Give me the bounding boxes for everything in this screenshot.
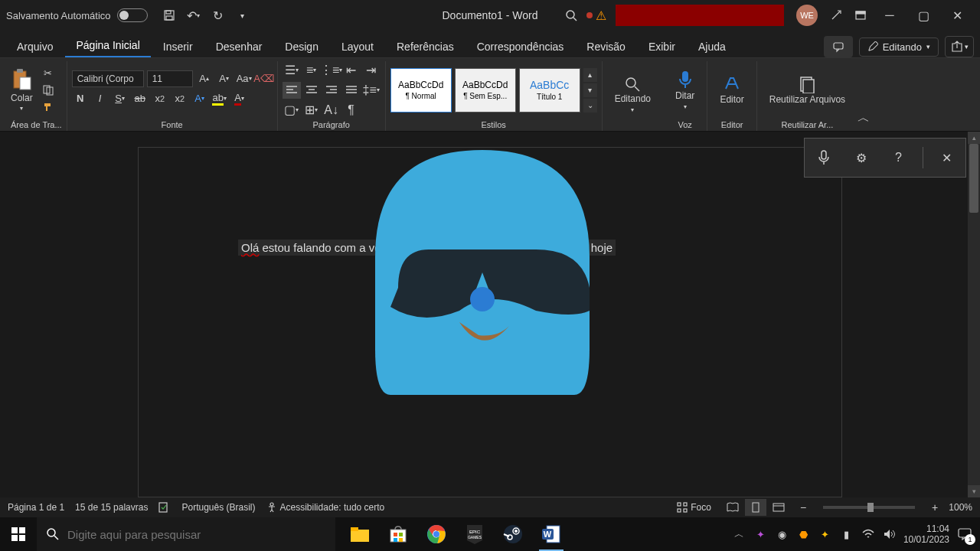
font-size-select[interactable] [147, 70, 193, 87]
scroll-up-icon[interactable]: ▴ [968, 132, 980, 144]
tab-arquivo[interactable]: Arquivo [6, 36, 64, 57]
maximize-button[interactable]: ▢ [906, 0, 940, 31]
decrease-indent-icon[interactable]: ⇤ [342, 62, 361, 79]
page-count[interactable]: Página 1 de 1 [8, 502, 64, 513]
tab-revisao[interactable]: Revisão [576, 36, 636, 57]
zoom-out-button[interactable]: − [800, 501, 806, 514]
text-effects-icon[interactable]: A▾ [191, 90, 208, 107]
zoom-level[interactable]: 100% [949, 502, 972, 513]
increase-font-icon[interactable]: A▴ [196, 70, 213, 87]
strikethrough-button[interactable]: ab [132, 90, 149, 107]
tray-battery-icon[interactable]: ▮ [839, 527, 854, 542]
clear-formatting-icon[interactable]: A⌫ [256, 70, 273, 87]
close-button[interactable]: ✕ [940, 0, 974, 31]
tray-app3-icon[interactable]: ✦ [818, 527, 833, 542]
taskbar-word[interactable]: W [533, 517, 570, 551]
collapse-ribbon-icon[interactable]: ︿ [858, 110, 876, 131]
tab-desenhar[interactable]: Desenhar [205, 36, 273, 57]
scroll-down-icon[interactable]: ▾ [968, 485, 980, 497]
highlight-color-icon[interactable]: ab▾ [211, 90, 228, 107]
subscript-button[interactable]: x2 [152, 90, 168, 107]
dictate-close-button[interactable]: ✕ [933, 144, 961, 171]
style-normal[interactable]: AaBbCcDd ¶ Normal [390, 68, 452, 112]
user-avatar[interactable]: WE [796, 5, 818, 26]
bullets-icon[interactable]: ☰▾ [283, 62, 301, 79]
shading-icon[interactable]: ▢▾ [283, 102, 301, 119]
taskbar-explorer[interactable] [341, 517, 378, 551]
zoom-slider[interactable] [823, 506, 915, 509]
tray-steam-icon[interactable]: ◉ [775, 527, 790, 542]
share-button[interactable]: ▾ [945, 36, 974, 57]
justify-icon[interactable] [342, 82, 361, 99]
minimize-button[interactable]: ─ [873, 0, 906, 31]
qat-customize-icon[interactable]: ▾ [234, 6, 252, 24]
scrollbar-thumb[interactable] [969, 144, 978, 213]
vertical-scrollbar[interactable]: ▴ ▾ [968, 132, 980, 497]
underline-button[interactable]: S▾ [112, 90, 129, 107]
account-warning-bar[interactable] [616, 5, 784, 26]
zoom-in-button[interactable]: + [932, 501, 938, 514]
numbering-icon[interactable]: ≡▾ [302, 62, 321, 79]
style-no-spacing[interactable]: AaBbCcDd ¶ Sem Esp... [455, 68, 516, 112]
taskbar-search-input[interactable] [67, 528, 326, 541]
accessibility-status[interactable]: Acessibilidade: tudo certo [266, 502, 385, 513]
comments-button[interactable] [824, 36, 853, 57]
warning-icon[interactable]: ⚠ [596, 8, 606, 23]
undo-icon[interactable]: ↶▾ [185, 6, 203, 24]
tab-pagina-inicial[interactable]: Página Inicial [65, 34, 150, 57]
tab-inserir[interactable]: Inserir [152, 36, 204, 57]
redo-icon[interactable]: ↻ [209, 6, 227, 24]
tab-exibir[interactable]: Exibir [638, 36, 686, 57]
notification-center-button[interactable]: 1 [956, 525, 974, 543]
copy-icon[interactable] [41, 83, 56, 98]
align-left-icon[interactable] [283, 82, 301, 99]
tab-ajuda[interactable]: Ajuda [688, 36, 737, 57]
tray-volume-icon[interactable] [882, 527, 897, 542]
document-page[interactable]: Olá estou falando com a vo hoje [138, 147, 842, 497]
taskbar-search[interactable] [37, 517, 335, 551]
tab-layout[interactable]: Layout [331, 36, 384, 57]
increase-indent-icon[interactable]: ⇥ [362, 62, 381, 79]
align-right-icon[interactable] [322, 82, 341, 99]
tab-correspondencias[interactable]: Correspondências [466, 36, 575, 57]
reuse-files-button[interactable]: Reutilizar Arquivos [762, 72, 853, 108]
editing-mode-button[interactable]: Editando ▾ [859, 37, 939, 57]
paste-icon[interactable] [11, 68, 32, 91]
dictate-help-button[interactable]: ? [885, 144, 913, 171]
dictate-settings-button[interactable]: ⚙ [848, 144, 875, 171]
show-marks-icon[interactable]: ¶ [342, 102, 361, 119]
align-center-icon[interactable] [302, 82, 321, 99]
style-heading1[interactable]: AaBbCc Título 1 [519, 68, 580, 112]
taskbar-chrome[interactable] [418, 517, 455, 551]
tray-app2-icon[interactable]: ⬣ [796, 527, 812, 542]
autosave-toggle[interactable] [117, 8, 148, 22]
format-painter-icon[interactable] [41, 99, 56, 115]
change-case-icon[interactable]: Aa▾ [236, 70, 253, 87]
cut-icon[interactable]: ✂ [41, 66, 56, 81]
dictate-button[interactable]: Ditar ▾ [668, 67, 702, 112]
italic-button[interactable]: I [92, 90, 109, 107]
paste-label[interactable]: Colar [11, 93, 33, 103]
print-layout-button[interactable] [745, 499, 766, 516]
font-color-icon[interactable]: A▾ [231, 90, 248, 107]
read-mode-button[interactable] [722, 499, 743, 516]
font-name-select[interactable] [72, 70, 144, 87]
dictate-mic-button[interactable] [810, 144, 838, 171]
tray-wifi-icon[interactable] [861, 527, 876, 542]
borders-icon[interactable]: ⊞▾ [302, 102, 321, 119]
web-layout-button[interactable] [768, 499, 789, 516]
decrease-font-icon[interactable]: A▾ [216, 70, 233, 87]
tab-referencias[interactable]: Referências [386, 36, 465, 57]
language-status[interactable]: Português (Brasil) [181, 502, 255, 513]
word-count[interactable]: 15 de 15 palavras [75, 502, 148, 513]
spellcheck-status[interactable] [158, 502, 171, 513]
line-spacing-icon[interactable]: ‡≡▾ [362, 82, 381, 99]
focus-mode-button[interactable]: Foco [677, 502, 711, 513]
taskbar-epic[interactable]: EPICGAMES [456, 517, 493, 551]
superscript-button[interactable]: x2 [172, 90, 188, 107]
find-button[interactable]: Editando ▾ [607, 73, 658, 116]
taskbar-steam[interactable] [495, 517, 531, 551]
save-icon[interactable] [160, 6, 178, 24]
styles-more-icon[interactable]: ⌄ [583, 99, 597, 112]
sort-icon[interactable]: A↓ [322, 102, 341, 119]
